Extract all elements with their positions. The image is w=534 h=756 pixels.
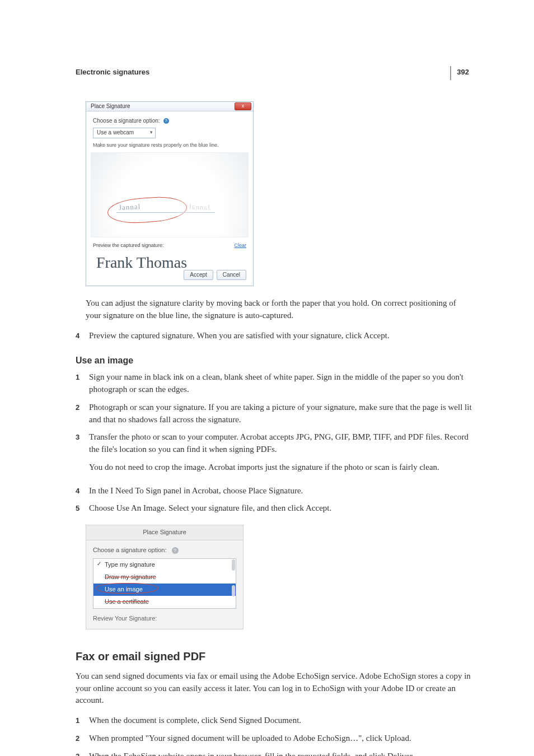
figure-place-signature-webcam: Place Signature x Choose a signature opt… — [86, 101, 472, 286]
option-type-my-signature[interactable]: Type my signature — [93, 559, 236, 571]
step-text: When prompted "Your signed document will… — [89, 732, 472, 745]
step-number: 2 — [76, 402, 83, 426]
subheading-use-an-image: Use an image — [76, 354, 472, 367]
list-item: 3 When the EchoSign website opens in you… — [76, 750, 472, 756]
option-use-a-certificate[interactable]: Use a certificate — [93, 596, 236, 608]
step-number: 1 — [76, 715, 83, 727]
list-item: 3 Transfer the photo or scan to your com… — [76, 431, 472, 479]
option-use-an-image[interactable]: Use an image — [93, 584, 236, 596]
step-number: 3 — [76, 431, 83, 479]
page: 392 Electronic signatures Place Signatur… — [0, 0, 534, 756]
step-text: Choose Use An Image. Select your signatu… — [89, 502, 472, 515]
figure-place-signature-dropdown: Place Signature Choose a signature optio… — [86, 525, 243, 629]
instruction-text: Make sure your signature rests properly … — [93, 142, 246, 149]
help-icon[interactable]: ? — [163, 118, 169, 124]
dialog-title: Place Signature — [86, 525, 243, 540]
body-paragraph: You can adjust the signature clarity by … — [86, 297, 472, 322]
dialog-title: Place Signature — [91, 102, 235, 111]
cancel-button[interactable]: Cancel — [217, 270, 246, 281]
step-text: When the document is complete, click Sen… — [89, 715, 472, 727]
step-number: 1 — [76, 371, 83, 396]
step-text: When the EchoSign website opens in your … — [89, 750, 472, 756]
choose-option-label: Choose a signature option: — [93, 117, 160, 125]
clear-link[interactable]: Clear — [234, 242, 246, 249]
option-draw-my-signature[interactable]: Draw my signature — [93, 571, 236, 584]
preview-label: Preview the captured signature: — [93, 242, 164, 249]
step-text: Preview the captured signature. When you… — [89, 330, 472, 342]
step-text: Photograph or scan your signature. If yo… — [89, 402, 472, 426]
list-item: 2 When prompted "Your signed document wi… — [76, 732, 472, 745]
list-item: 5 Choose Use An Image. Select your signa… — [76, 502, 472, 515]
step-number: 4 — [76, 485, 83, 497]
signature-option-select[interactable]: Use a webcam — [93, 128, 156, 138]
close-icon[interactable]: x — [235, 102, 251, 110]
review-signature-label: Review Your Signature: — [93, 614, 236, 623]
step-text: In the I Need To Sign panel in Acrobat, … — [89, 485, 472, 497]
list-item: 2 Photograph or scan your signature. If … — [76, 402, 472, 426]
choose-option-label: Choose a signature option: — [93, 547, 166, 553]
list-item: 4 In the I Need To Sign panel in Acrobat… — [76, 485, 472, 497]
scrollbar-thumb[interactable] — [232, 559, 235, 571]
step-text: Transfer the photo or scan to your compu… — [89, 431, 472, 479]
scrollbar-thumb[interactable] — [232, 585, 235, 596]
dialog-titlebar: Place Signature x — [86, 102, 253, 111]
dialog-place-signature: Place Signature x Choose a signature opt… — [86, 101, 254, 286]
list-item: 1 When the document is complete, click S… — [76, 715, 472, 727]
list-item: 1 Sign your name in black ink on a clean… — [76, 371, 472, 396]
help-icon[interactable]: ? — [172, 547, 179, 554]
step-number: 2 — [76, 732, 83, 745]
webcam-mirror: Jannal — [177, 153, 249, 237]
webcam-preview-area: Jannal Jannal — [91, 152, 249, 237]
body-paragraph: You can send signed documents via fax or… — [76, 670, 472, 707]
heading-fax-or-email: Fax or email signed PDF — [76, 648, 472, 665]
step-text: Sign your name in black ink on a clean, … — [89, 371, 472, 396]
page-number: 392 — [450, 66, 472, 80]
webcam-handwriting-mirror: Jannal — [189, 202, 211, 213]
step-number: 5 — [76, 502, 83, 515]
accept-button[interactable]: Accept — [184, 270, 213, 281]
list-item: 4 Preview the captured signature. When y… — [76, 330, 472, 342]
signature-option-menu[interactable]: Type my signature Draw my signature Use … — [93, 558, 236, 609]
step-number: 4 — [76, 330, 83, 342]
step-number: 3 — [76, 750, 83, 756]
running-head: Electronic signatures — [76, 67, 472, 78]
webcam-handwriting: Jannal — [119, 202, 141, 213]
